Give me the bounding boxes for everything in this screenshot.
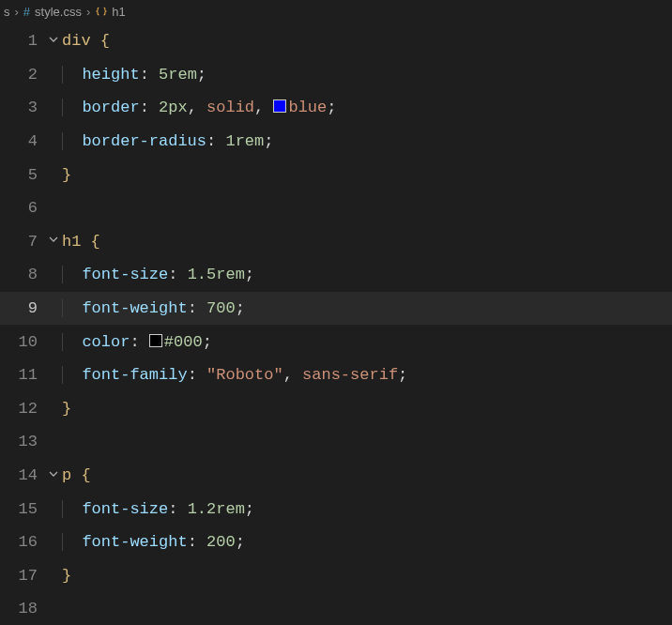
token: #000 xyxy=(164,333,203,351)
line-number[interactable]: 13 xyxy=(0,433,45,450)
token: "Roboto" xyxy=(206,366,283,384)
code-content[interactable]: font-size: 1.2rem; xyxy=(62,500,672,518)
code-content[interactable]: color: #000; xyxy=(62,333,672,351)
chevron-right-icon: › xyxy=(15,5,19,19)
token: sans-serif xyxy=(302,366,398,384)
line-number[interactable]: 18 xyxy=(0,600,45,617)
token: font-weight xyxy=(82,533,187,551)
token: 5rem xyxy=(159,66,197,84)
line-number[interactable]: 6 xyxy=(0,199,45,217)
code-line[interactable]: 1div { xyxy=(0,24,672,58)
token: font-size xyxy=(82,500,168,518)
line-number[interactable]: 9 xyxy=(0,299,45,317)
code-line[interactable]: 6 xyxy=(0,191,672,225)
code-line[interactable]: 12} xyxy=(0,392,672,426)
code-content[interactable]: border-radius: 1rem; xyxy=(62,132,672,150)
line-number[interactable]: 15 xyxy=(0,500,45,518)
code-line[interactable]: 18 xyxy=(0,592,672,625)
code-content[interactable]: p { xyxy=(62,466,672,484)
code-line[interactable]: 4 border-radius: 1rem; xyxy=(0,125,672,159)
token: : xyxy=(168,500,187,518)
token: ; xyxy=(203,333,212,351)
color-swatch[interactable] xyxy=(149,334,162,347)
code-line[interactable]: 17} xyxy=(0,559,672,593)
indent-guide xyxy=(62,266,82,283)
code-line[interactable]: 3 border: 2px, solid, blue; xyxy=(0,91,672,125)
token xyxy=(71,466,81,484)
token: , xyxy=(254,99,273,116)
token: , xyxy=(188,99,206,116)
code-line[interactable]: 8 font-size: 1.5rem; xyxy=(0,258,672,292)
line-number[interactable]: 11 xyxy=(0,366,45,384)
code-content[interactable]: div { xyxy=(62,32,672,50)
token: : xyxy=(130,333,148,351)
indent-guide xyxy=(62,500,82,518)
line-number[interactable]: 16 xyxy=(0,533,45,551)
breadcrumb[interactable]: s › # style.css › h1 xyxy=(0,0,672,23)
token: : xyxy=(140,99,159,116)
css-rule-icon xyxy=(95,5,108,18)
line-number[interactable]: 14 xyxy=(0,466,45,484)
code-line[interactable]: 10 color: #000; xyxy=(0,325,672,358)
code-content[interactable]: h1 { xyxy=(62,233,672,251)
line-number[interactable]: 7 xyxy=(0,233,45,251)
token: } xyxy=(62,400,71,418)
code-content[interactable]: font-weight: 200; xyxy=(62,533,672,551)
token: ; xyxy=(264,132,273,150)
code-content[interactable]: border: 2px, solid, blue; xyxy=(62,99,672,116)
code-line[interactable]: 13 xyxy=(0,425,672,459)
token: : xyxy=(168,266,187,283)
token: border xyxy=(82,99,139,116)
indent-guide xyxy=(62,299,82,317)
code-line[interactable]: 16 font-weight: 200; xyxy=(0,526,672,559)
fold-toggle-icon[interactable] xyxy=(45,34,62,49)
line-number[interactable]: 4 xyxy=(0,132,45,150)
code-content[interactable]: height: 5rem; xyxy=(62,66,672,84)
breadcrumb-symbol[interactable]: h1 xyxy=(95,5,125,19)
code-line[interactable]: 15 font-size: 1.2rem; xyxy=(0,492,672,526)
line-number[interactable]: 12 xyxy=(0,400,45,418)
line-number[interactable]: 1 xyxy=(0,32,45,50)
token: { xyxy=(100,32,110,50)
token xyxy=(81,233,90,251)
token: ; xyxy=(398,366,407,384)
token: 1.5rem xyxy=(188,266,245,283)
code-line[interactable]: 9 font-weight: 700; xyxy=(0,292,672,326)
token: 2px xyxy=(159,99,188,116)
code-content[interactable]: } xyxy=(62,166,672,184)
code-content[interactable]: font-family: "Roboto", sans-serif; xyxy=(62,366,672,384)
indent-guide xyxy=(62,366,82,384)
token: p xyxy=(62,466,71,484)
code-content[interactable]: } xyxy=(62,567,672,585)
line-number[interactable]: 3 xyxy=(0,99,45,116)
code-line[interactable]: 2 height: 5rem; xyxy=(0,58,672,92)
code-line[interactable]: 7h1 { xyxy=(0,225,672,259)
line-number[interactable]: 10 xyxy=(0,333,45,351)
token: } xyxy=(62,567,71,585)
code-content[interactable]: } xyxy=(62,400,672,418)
token: ; xyxy=(236,533,245,551)
fold-toggle-icon[interactable] xyxy=(45,234,62,249)
token: 200 xyxy=(206,533,236,551)
breadcrumb-partial: s xyxy=(4,5,10,19)
code-content[interactable]: font-weight: 700; xyxy=(62,299,672,317)
fold-toggle-icon[interactable] xyxy=(45,468,62,483)
line-number[interactable]: 2 xyxy=(0,66,45,84)
chevron-down-icon xyxy=(48,234,59,249)
css-file-icon: # xyxy=(23,5,30,19)
chevron-down-icon xyxy=(48,34,59,49)
indent-guide xyxy=(62,66,82,84)
token: ; xyxy=(236,299,245,317)
line-number[interactable]: 8 xyxy=(0,266,45,283)
code-editor[interactable]: 1div {2 height: 5rem;3 border: 2px, soli… xyxy=(0,23,672,625)
code-line[interactable]: 5} xyxy=(0,158,672,191)
code-line[interactable]: 14p { xyxy=(0,459,672,493)
line-number[interactable]: 5 xyxy=(0,166,45,184)
breadcrumb-file[interactable]: # style.css xyxy=(23,5,82,19)
token: , xyxy=(283,366,302,384)
code-content[interactable]: font-size: 1.5rem; xyxy=(62,266,672,283)
token: : xyxy=(140,66,159,84)
line-number[interactable]: 17 xyxy=(0,567,45,585)
code-line[interactable]: 11 font-family: "Roboto", sans-serif; xyxy=(0,358,672,392)
color-swatch[interactable] xyxy=(273,99,286,113)
